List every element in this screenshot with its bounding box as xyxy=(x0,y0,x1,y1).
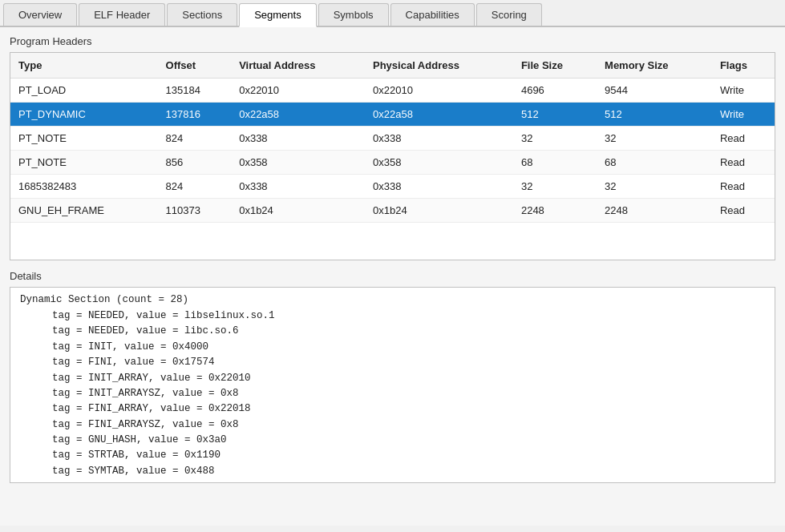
cell-row0-col3: 0x22010 xyxy=(365,79,513,103)
details-header: Dynamic Section (count = 28) xyxy=(20,294,765,305)
cell-row4-col3: 0x338 xyxy=(365,175,513,199)
detail-line-9: tag = STRTAB, value = 0x1190 xyxy=(20,448,765,463)
cell-row5-col6: Read xyxy=(712,199,775,223)
cell-row5-col3: 0x1b24 xyxy=(365,199,513,223)
cell-row3-col5: 68 xyxy=(597,151,712,175)
cell-row1-col2: 0x22a58 xyxy=(231,103,365,127)
cell-row4-col5: 32 xyxy=(597,175,712,199)
cell-row5-col1: 110373 xyxy=(158,199,232,223)
table-row[interactable]: PT_LOAD1351840x220100x2201046969544Write xyxy=(10,79,775,103)
cell-row0-col0: PT_LOAD xyxy=(10,79,158,103)
cell-row4-col4: 32 xyxy=(513,175,597,199)
table-row[interactable]: GNU_EH_FRAME1103730x1b240x1b2422482248Re… xyxy=(10,199,775,223)
cell-row0-col2: 0x22010 xyxy=(231,79,365,103)
detail-line-0: tag = NEEDED, value = libselinux.so.1 xyxy=(20,308,765,324)
tab-symbols[interactable]: Symbols xyxy=(318,3,389,26)
cell-row2-col0: PT_NOTE xyxy=(10,127,158,151)
detail-line-3: tag = FINI, value = 0x17574 xyxy=(20,355,765,370)
detail-line-2: tag = INIT, value = 0x4000 xyxy=(20,340,765,355)
detail-line-5: tag = INIT_ARRAYSZ, value = 0x8 xyxy=(20,386,765,401)
col-memory-size: Memory Size xyxy=(597,53,712,79)
cell-row3-col1: 856 xyxy=(158,151,232,175)
detail-line-4: tag = INIT_ARRAY, value = 0x22010 xyxy=(20,371,765,386)
cell-row5-col0: GNU_EH_FRAME xyxy=(10,199,158,223)
program-headers-table: Type Offset Virtual Address Physical Add… xyxy=(10,53,775,223)
cell-row1-col4: 512 xyxy=(513,103,597,127)
table-row[interactable]: PT_NOTE8240x3380x3383232Read xyxy=(10,127,775,151)
table-body: PT_LOAD1351840x220100x2201046969544Write… xyxy=(10,79,775,223)
cell-row1-col1: 137816 xyxy=(158,103,232,127)
details-lines: tag = NEEDED, value = libselinux.so.1tag… xyxy=(20,308,765,479)
detail-line-10: tag = SYMTAB, value = 0x488 xyxy=(20,464,765,479)
detail-line-7: tag = FINI_ARRAYSZ, value = 0x8 xyxy=(20,417,765,433)
cell-row0-col5: 9544 xyxy=(597,79,712,103)
tab-bar: Overview ELF Header Sections Segments Sy… xyxy=(0,0,785,27)
cell-row4-col6: Read xyxy=(712,175,775,199)
details-section: Details Dynamic Section (count = 28) tag… xyxy=(10,270,775,483)
cell-row5-col2: 0x1b24 xyxy=(231,199,365,223)
detail-line-1: tag = NEEDED, value = libc.so.6 xyxy=(20,324,765,339)
tab-overview[interactable]: Overview xyxy=(3,3,77,26)
table-row[interactable]: PT_NOTE8560x3580x3586868Read xyxy=(10,151,775,175)
cell-row1-col5: 512 xyxy=(597,103,712,127)
cell-row3-col2: 0x358 xyxy=(231,151,365,175)
cell-row4-col0: 1685382483 xyxy=(10,175,158,199)
tab-capabilities[interactable]: Capabilities xyxy=(390,3,475,26)
tab-segments[interactable]: Segments xyxy=(239,3,317,27)
cell-row3-col4: 68 xyxy=(513,151,597,175)
col-file-size: File Size xyxy=(513,53,597,79)
cell-row0-col6: Write xyxy=(712,79,775,103)
cell-row4-col2: 0x338 xyxy=(231,175,365,199)
cell-row2-col2: 0x338 xyxy=(231,127,365,151)
tab-sections[interactable]: Sections xyxy=(167,3,237,26)
detail-line-8: tag = GNU_HASH, value = 0x3a0 xyxy=(20,433,765,448)
cell-row0-col1: 135184 xyxy=(158,79,232,103)
cell-row3-col6: Read xyxy=(712,151,775,175)
cell-row3-col3: 0x358 xyxy=(365,151,513,175)
tab-scoring[interactable]: Scoring xyxy=(476,3,542,26)
cell-row3-col0: PT_NOTE xyxy=(10,151,158,175)
details-label: Details xyxy=(10,270,775,282)
col-flags: Flags xyxy=(712,53,775,79)
tab-elf-header[interactable]: ELF Header xyxy=(79,3,165,26)
col-offset: Offset xyxy=(158,53,232,79)
table-row[interactable]: PT_DYNAMIC1378160x22a580x22a58512512Writ… xyxy=(10,103,775,127)
main-content: Program Headers Type Offset Virtual Addr… xyxy=(0,27,785,526)
cell-row5-col4: 2248 xyxy=(513,199,597,223)
cell-row0-col4: 4696 xyxy=(513,79,597,103)
col-type: Type xyxy=(10,53,158,79)
cell-row1-col3: 0x22a58 xyxy=(365,103,513,127)
table-header-row: Type Offset Virtual Address Physical Add… xyxy=(10,53,775,79)
details-box[interactable]: Dynamic Section (count = 28) tag = NEEDE… xyxy=(10,287,775,483)
cell-row2-col3: 0x338 xyxy=(365,127,513,151)
table-row[interactable]: 16853824838240x3380x3383232Read xyxy=(10,175,775,199)
cell-row4-col1: 824 xyxy=(158,175,232,199)
detail-line-6: tag = FINI_ARRAY, value = 0x22018 xyxy=(20,401,765,417)
cell-row2-col5: 32 xyxy=(597,127,712,151)
col-physical-address: Physical Address xyxy=(365,53,513,79)
program-headers-label: Program Headers xyxy=(10,35,775,47)
col-virtual-address: Virtual Address xyxy=(231,53,365,79)
program-headers-table-container[interactable]: Type Offset Virtual Address Physical Add… xyxy=(10,52,775,260)
cell-row2-col4: 32 xyxy=(513,127,597,151)
cell-row5-col5: 2248 xyxy=(597,199,712,223)
cell-row1-col6: Write xyxy=(712,103,775,127)
cell-row2-col6: Read xyxy=(712,127,775,151)
cell-row2-col1: 824 xyxy=(158,127,232,151)
cell-row1-col0: PT_DYNAMIC xyxy=(10,103,158,127)
